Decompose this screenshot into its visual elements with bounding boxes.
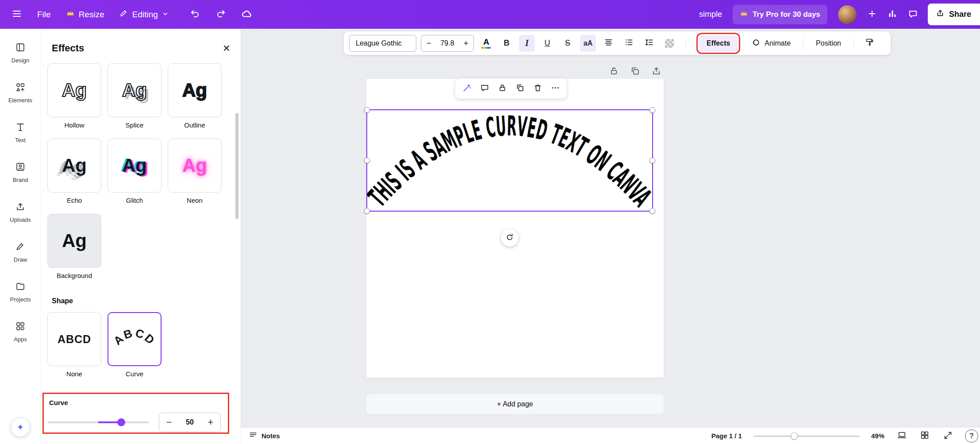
resize-button[interactable]: Resize [66,9,104,20]
sidebar-item-text[interactable]: Text [2,115,39,150]
zoom-level[interactable]: 49% [871,432,884,440]
text-color-button[interactable]: A [478,35,494,52]
panel-scrollbar[interactable] [235,113,238,219]
zoom-slider-thumb[interactable] [791,432,798,440]
effect-card-echo[interactable]: Ag Echo [47,139,101,204]
editing-mode-button[interactable]: Editing [119,9,169,20]
sidebar-item-uploads[interactable]: Uploads [2,194,39,230]
close-panel-button[interactable]: × [223,42,230,54]
share-button[interactable]: Share [928,4,980,25]
magic-edit-button[interactable] [459,81,474,97]
effect-card-outline[interactable]: Ag Outline [168,63,222,129]
toolbar-divider [685,37,686,50]
lock-page-button[interactable] [608,66,619,77]
sidebar-item-design[interactable]: Design [2,35,39,70]
effect-card-splice[interactable]: Ag Splice [108,63,161,129]
sidebar-item-projects[interactable]: Projects [2,274,39,309]
effect-card-background[interactable]: Ag Background [47,214,101,279]
spacing-button[interactable] [641,35,657,52]
invite-members-button[interactable] [867,9,877,20]
status-bar: Notes Page 1 / 1 49% ? [241,427,980,444]
text-selection-box[interactable] [366,109,653,212]
text-case-button[interactable]: aA [580,35,596,52]
grid-view-button[interactable] [919,430,930,442]
document-title[interactable]: simple [699,10,722,19]
effect-card-hollow[interactable]: Ag Hollow [47,63,101,129]
shape-card-curve[interactable]: ABCD Curve [108,312,161,378]
font-family-selector[interactable]: League Gothic [349,35,416,52]
redo-button[interactable] [215,8,226,20]
lock-icon [498,83,507,94]
topbar: File Resize Editing [0,0,980,29]
effect-sample: Ag [122,81,147,100]
more-options-button[interactable] [548,81,563,97]
list-button[interactable] [621,35,637,52]
bold-button[interactable]: B [499,35,515,52]
curve-slider[interactable] [47,418,149,426]
underline-button[interactable]: U [539,35,555,52]
effect-card-glitch[interactable]: Ag Glitch [108,139,161,204]
curve-value[interactable]: 50 [179,418,201,426]
add-page-button[interactable]: + Add page [366,394,664,414]
move-page-button[interactable] [650,66,662,77]
panel-title: Effects [52,42,84,54]
duplicate-element-button[interactable] [512,81,527,97]
transparency-button[interactable] [661,35,677,52]
curve-increase-button[interactable]: + [201,417,220,428]
arrow-up-from-tray-icon [651,66,661,77]
curve-slider-label: Curve [49,399,228,406]
shape-card-none[interactable]: ABCD None [47,312,101,378]
sidebar-item-draw[interactable]: Draw [2,234,39,270]
effects-panel-header: Effects × [41,29,241,54]
animate-icon [752,38,761,49]
rotate-handle[interactable] [501,229,519,247]
resize-handle-mid-right[interactable] [649,158,655,163]
sidebar-item-brand[interactable]: Brand [2,154,39,190]
copy-style-button[interactable] [862,35,878,52]
animate-button[interactable]: Animate [747,38,795,49]
main-menu-button[interactable] [12,8,22,20]
effect-sample: Ag [62,156,87,175]
font-size-value[interactable]: 79.8 [436,39,458,47]
font-size-increase-button[interactable]: + [458,39,473,48]
position-button[interactable]: Position [811,39,845,47]
resize-handle-mid-left[interactable] [364,158,370,163]
delete-element-button[interactable] [530,81,545,97]
help-button[interactable]: ? [965,429,978,443]
insights-button[interactable] [888,9,897,20]
comment-button[interactable] [477,81,492,97]
crown-icon [66,9,75,20]
canva-assistant-button[interactable]: ✦ [11,417,30,437]
effects-button[interactable]: Effects [699,35,738,51]
page-indicator: Page 1 / 1 [711,432,742,440]
font-size-decrease-button[interactable]: − [421,39,436,48]
italic-button[interactable]: I [519,35,535,52]
cloud-save-status-button[interactable] [241,8,253,21]
shape-grid: ABCD None ABCD Curve [47,312,234,378]
sidebar-item-apps[interactable]: Apps [2,314,39,349]
curve-decrease-button[interactable]: − [159,417,179,428]
try-pro-button[interactable]: Try Pro for 30 days [733,5,827,24]
comments-button[interactable] [908,9,918,20]
sidebar-item-elements[interactable]: Elements [2,75,39,110]
curve-slider-thumb[interactable] [117,418,125,426]
effect-sample: Ag [182,81,207,100]
fullscreen-button[interactable] [942,430,953,442]
undo-button[interactable] [190,8,200,20]
avatar[interactable] [838,5,857,24]
duplicate-page-button[interactable] [629,66,641,77]
zoom-slider[interactable] [753,432,860,440]
notes-button[interactable]: Notes [249,431,280,441]
strikethrough-button[interactable]: S [560,35,576,52]
alignment-button[interactable] [600,35,616,52]
file-menu-button[interactable]: File [37,10,51,19]
hamburger-icon [12,8,22,20]
effect-card-neon[interactable]: Ag Neon [168,139,222,204]
resize-handle-bottom-left[interactable] [364,208,370,214]
present-button[interactable] [896,430,907,442]
selection-context-toolbar [455,78,567,99]
resize-handle-bottom-right[interactable] [649,208,655,214]
resize-handle-top-right[interactable] [649,107,655,113]
lock-element-button[interactable] [495,81,510,97]
resize-handle-top-left[interactable] [364,107,370,113]
